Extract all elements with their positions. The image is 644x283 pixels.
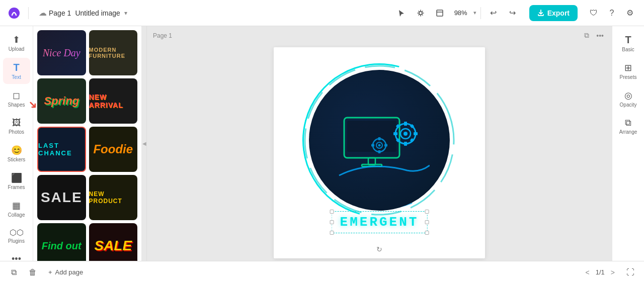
page-nav: < 1/1 > xyxy=(584,266,617,278)
settings-button[interactable]: ⚙ xyxy=(622,5,638,21)
export-button[interactable]: Export xyxy=(529,5,578,21)
frames-icon: ⬛ xyxy=(11,172,22,183)
canvas-header-actions: ⧉ ••• xyxy=(582,30,606,41)
svg-rect-11 xyxy=(404,122,407,126)
svg-point-19 xyxy=(373,139,386,152)
svg-rect-4 xyxy=(344,118,399,158)
sidebar-item-photos[interactable]: 🖼 Photos xyxy=(3,114,30,139)
panel-collapse-handle[interactable]: ◀ xyxy=(142,26,147,261)
add-page-icon: + xyxy=(48,268,52,276)
cloud-icon: ☁ xyxy=(39,8,47,18)
sidebar-plugins-label: Plugins xyxy=(8,238,25,244)
fullscreen-btn[interactable]: ⛶ xyxy=(623,265,638,280)
svg-rect-23 xyxy=(378,150,381,153)
sidebar-photos-label: Photos xyxy=(9,129,24,135)
basic-label: Basic xyxy=(622,47,634,52)
text-card-sale-yellow[interactable]: SALE xyxy=(89,223,138,261)
text-card-nice-day[interactable]: Nice Day xyxy=(37,30,86,75)
text-card-find-out[interactable]: Find out xyxy=(37,223,86,261)
spring-text: Spring xyxy=(44,95,79,108)
sidebar-item-text[interactable]: T Text xyxy=(3,58,30,84)
text-card-sale-dark[interactable]: SALE xyxy=(37,175,86,220)
design-svg xyxy=(329,90,430,191)
sale-yellow-text: SALE xyxy=(94,238,132,254)
svg-point-1 xyxy=(419,12,422,15)
handle-mr[interactable] xyxy=(425,220,429,224)
undo-button[interactable]: ↩ xyxy=(485,5,502,22)
select-tool-button[interactable] xyxy=(393,5,410,22)
document-title-main[interactable]: Untitled image xyxy=(75,9,120,17)
prev-page-btn[interactable]: < xyxy=(584,266,592,278)
add-page-button[interactable]: + Add page xyxy=(44,266,87,278)
svg-rect-18 xyxy=(410,124,414,128)
design-container xyxy=(309,70,450,211)
zoom-value[interactable]: 98% xyxy=(450,7,471,19)
photos-icon: 🖼 xyxy=(12,118,21,128)
layout-button[interactable] xyxy=(431,5,448,22)
sidebar-item-upload[interactable]: ⬆ Upload xyxy=(3,30,30,56)
help-button[interactable]: ? xyxy=(604,5,620,21)
canvas-header: Page 1 ⧉ ••• xyxy=(147,26,612,45)
right-panel-arrange[interactable]: ⧉ Arrange xyxy=(614,114,642,139)
canvas-copy-btn[interactable]: ⧉ xyxy=(582,30,591,41)
title-area: ☁ Page 1 xyxy=(39,8,71,18)
basic-icon: T xyxy=(625,34,631,46)
text-card-last-chance[interactable]: LAST CHANCE xyxy=(37,127,86,172)
selected-text-box[interactable]: EMERGENT xyxy=(332,211,428,233)
nice-day-text: Nice Day xyxy=(43,47,80,59)
handle-tl[interactable] xyxy=(330,210,334,214)
more-icon: ••• xyxy=(12,254,21,261)
svg-rect-17 xyxy=(396,138,400,142)
presets-icon: ⊞ xyxy=(624,62,632,73)
main-area: ⬆ Upload T Text ◻ Shapes 🖼 Photos 😊 Stic… xyxy=(0,26,644,261)
new-arrival-text: NEW ARRIVAL xyxy=(89,93,138,109)
svg-rect-13 xyxy=(393,132,397,135)
sidebar-item-plugins[interactable]: ⬡⬡ Plugins xyxy=(3,224,30,248)
text-card-spring[interactable]: Spring xyxy=(37,78,86,124)
handle-bl[interactable] xyxy=(330,231,334,235)
canvas-more-btn[interactable]: ••• xyxy=(594,30,606,41)
right-panel-basic[interactable]: T Basic xyxy=(614,30,642,56)
rotate-handle[interactable]: ↻ xyxy=(376,245,382,253)
sidebar-item-collage[interactable]: ▦ Collage xyxy=(3,196,30,222)
svg-point-10 xyxy=(404,132,408,136)
svg-rect-16 xyxy=(410,138,414,142)
title-dropdown-icon[interactable]: ▾ xyxy=(124,10,127,17)
sale-dark-text: SALE xyxy=(41,190,83,206)
text-card-modern-furniture[interactable]: Modern Furniture xyxy=(89,30,138,75)
right-panel-presets[interactable]: ⊞ Presets xyxy=(614,58,642,84)
sidebar-item-shapes[interactable]: ◻ Shapes xyxy=(3,86,30,112)
find-out-text: Find out xyxy=(42,240,82,252)
selected-text-content: EMERGENT xyxy=(340,215,419,230)
add-page-label: Add page xyxy=(55,268,84,276)
topbar-tools: 98% ▾ ↩ ↪ xyxy=(393,5,521,22)
svg-point-9 xyxy=(400,129,411,139)
last-chance-text: LAST CHANCE xyxy=(38,142,85,157)
redo-button[interactable]: ↪ xyxy=(504,5,521,22)
shapes-icon: ◻ xyxy=(13,90,20,101)
svg-rect-25 xyxy=(384,144,387,147)
pan-tool-button[interactable] xyxy=(412,5,429,22)
text-card-new-arrival[interactable]: NEW ARRIVAL xyxy=(89,78,138,124)
text-card-foodie[interactable]: Foodie xyxy=(89,127,138,172)
bottom-copy-btn[interactable]: ⧉ xyxy=(6,265,21,280)
document-title[interactable]: Page 1 xyxy=(49,9,71,17)
shield-button[interactable]: 🛡 xyxy=(586,5,602,21)
plugins-icon: ⬡⬡ xyxy=(10,228,24,237)
canvas[interactable]: ⧉ ••• EMERGENT xyxy=(274,47,485,258)
upload-icon: ⬆ xyxy=(13,34,20,45)
next-page-btn[interactable]: > xyxy=(609,266,617,278)
handle-tr[interactable] xyxy=(425,210,429,214)
text-card-new-product[interactable]: NEW PRODUCT xyxy=(89,175,138,220)
bottom-delete-btn[interactable]: 🗑 xyxy=(25,265,40,280)
sidebar-item-frames[interactable]: ⬛ Frames xyxy=(3,168,30,194)
canva-logo[interactable] xyxy=(6,5,22,21)
handle-br[interactable] xyxy=(425,231,429,235)
sidebar-item-stickers[interactable]: 😊 Stickers xyxy=(3,141,30,166)
right-panel-opacity[interactable]: ◎ Opacity xyxy=(614,86,642,112)
svg-rect-2 xyxy=(437,10,443,16)
divider xyxy=(28,7,29,19)
handle-ml[interactable] xyxy=(330,220,334,224)
sidebar-shapes-label: Shapes xyxy=(8,102,25,108)
sidebar-item-more[interactable]: ••• More xyxy=(3,250,30,261)
